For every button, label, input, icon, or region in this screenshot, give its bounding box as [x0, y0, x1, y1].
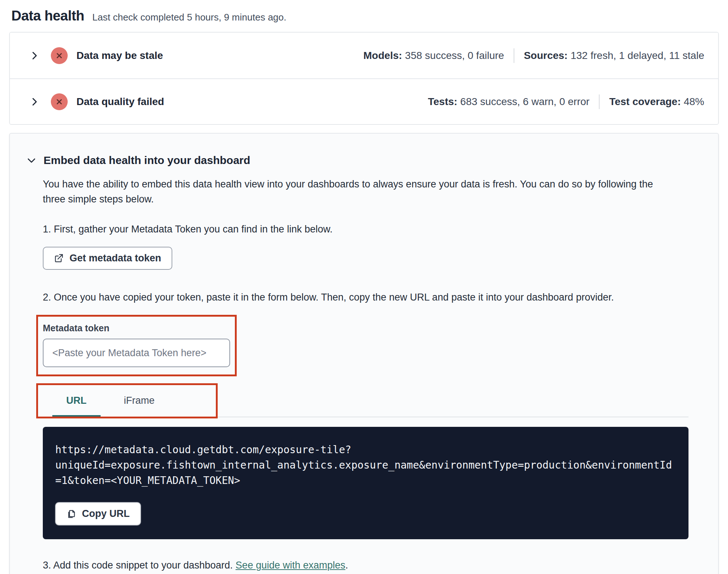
- chevron-right-icon[interactable]: [29, 50, 40, 61]
- page-title: Data health: [11, 8, 84, 24]
- stat-divider: [514, 48, 514, 63]
- metadata-token-input[interactable]: [43, 339, 230, 367]
- last-check-status: Last check completed 5 hours, 9 minutes …: [92, 12, 286, 23]
- embed-description: You have the ability to embed this data …: [43, 177, 674, 207]
- status-row-stale-left: Data may be stale: [29, 47, 163, 64]
- tab-url[interactable]: URL: [52, 388, 101, 417]
- stat-label: Tests:: [428, 96, 457, 108]
- status-row-stale[interactable]: Data may be stale Models: 358 success, 0…: [10, 33, 718, 78]
- status-card: Data may be stale Models: 358 success, 0…: [9, 32, 719, 125]
- embed-section-header[interactable]: Embed data health into your dashboard: [26, 154, 686, 167]
- stat-value: 358 success, 0 failure: [405, 50, 504, 61]
- status-row-quality[interactable]: Data quality failed Tests: 683 success, …: [10, 78, 718, 124]
- metadata-token-label: Metadata token: [43, 316, 686, 333]
- get-metadata-token-label: Get metadata token: [70, 253, 161, 264]
- step1-text: 1. First, gather your Metadata Token you…: [43, 224, 686, 235]
- stat-divider: [599, 94, 600, 109]
- get-metadata-token-button[interactable]: Get metadata token: [43, 247, 172, 270]
- external-link-icon: [54, 253, 64, 263]
- stat-value: 132 fresh, 1 delayed, 11 stale: [571, 50, 704, 61]
- code-line: uniqueId=exposure.fishtown_internal_anal…: [55, 458, 676, 473]
- chevron-right-icon[interactable]: [29, 96, 40, 107]
- data-health-page: Data health Last check completed 5 hours…: [0, 0, 728, 574]
- error-x-circle-icon: [51, 93, 68, 110]
- metadata-token-form: Metadata token URL iFrame: [43, 316, 686, 417]
- copy-url-label: Copy URL: [82, 508, 130, 519]
- embed-format-tabs: URL iFrame: [43, 388, 688, 417]
- stat-label: Sources:: [524, 50, 568, 61]
- copy-url-button[interactable]: Copy URL: [55, 502, 141, 525]
- status-row-quality-stats: Tests: 683 success, 6 warn, 0 error Test…: [428, 94, 704, 109]
- page-header: Data health Last check completed 5 hours…: [9, 6, 719, 32]
- stat-value: 48%: [684, 96, 704, 108]
- step3-text-after: .: [345, 560, 348, 571]
- status-row-stale-stats: Models: 358 success, 0 failure Sources: …: [363, 48, 704, 63]
- step2-text: 2. Once you have copied your token, past…: [43, 292, 686, 303]
- embed-section-body: You have the ability to embed this data …: [26, 177, 686, 574]
- step3-text: 3. Add this code snippet to your dashboa…: [43, 560, 686, 571]
- error-x-circle-icon: [51, 47, 68, 64]
- chevron-down-icon[interactable]: [26, 155, 37, 166]
- stat-label: Models:: [363, 50, 402, 61]
- copy-icon: [66, 509, 76, 519]
- embed-url-code-block: https://metadata.cloud.getdbt.com/exposu…: [43, 427, 688, 539]
- status-row-title: Data may be stale: [76, 50, 163, 61]
- stat-label: Test coverage:: [609, 96, 681, 108]
- code-line: =1&token=<YOUR_METADATA_TOKEN>: [55, 473, 676, 488]
- status-row-title: Data quality failed: [76, 96, 164, 108]
- status-row-quality-left: Data quality failed: [29, 93, 164, 110]
- code-line: https://metadata.cloud.getdbt.com/exposu…: [55, 442, 676, 458]
- embed-section-card: Embed data health into your dashboard Yo…: [9, 133, 719, 574]
- step3-text-before: 3. Add this code snippet to your dashboa…: [43, 560, 236, 571]
- stat-value: 683 success, 6 warn, 0 error: [460, 96, 589, 108]
- embed-section-title: Embed data health into your dashboard: [44, 154, 250, 167]
- see-guide-link[interactable]: See guide with examples: [236, 560, 345, 571]
- tab-iframe[interactable]: iFrame: [110, 388, 169, 417]
